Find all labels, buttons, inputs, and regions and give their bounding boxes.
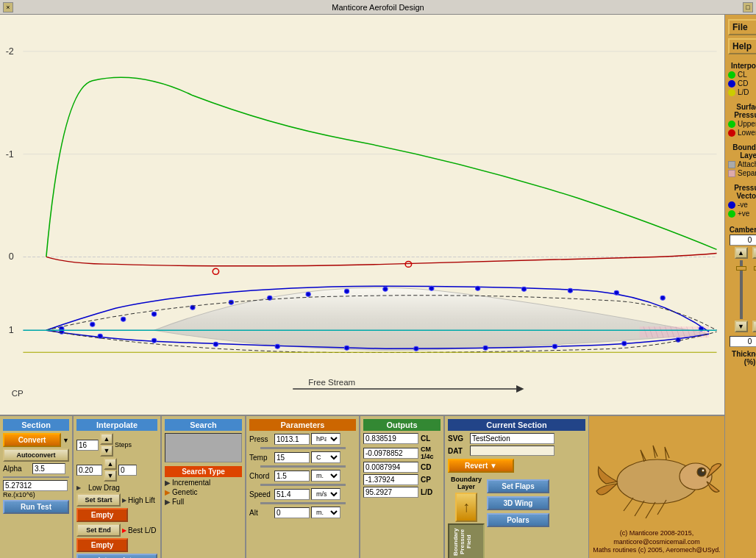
press-unit-select[interactable]: hPa <box>311 433 340 445</box>
current-section-panel: Current Section SVG DAT Revert ▼ <box>445 416 588 558</box>
interpolate-legend-label: Interpolate <box>727 62 756 70</box>
pos-ve-dot <box>728 210 735 218</box>
revert-button[interactable]: Revert ▼ <box>448 459 514 473</box>
cl-dot <box>728 71 735 79</box>
empty1-button[interactable]: Empty <box>76 508 128 522</box>
re-label: Re.(x10^6) <box>3 491 69 498</box>
alt-input[interactable] <box>274 507 310 518</box>
svg-point-26 <box>121 317 126 321</box>
camber-down2[interactable]: ▼ <box>752 321 756 332</box>
svg-line-66 <box>624 498 633 511</box>
bottom-panel: Section Convert ▼ Autoconvert Alpha Re.(… <box>0 415 724 558</box>
set-flaps-button[interactable]: Set Flaps <box>487 479 549 493</box>
camber-down[interactable]: ▼ <box>735 321 748 332</box>
current-section-header: Current Section <box>448 419 585 431</box>
camber-up2[interactable]: ▲ <box>752 247 756 259</box>
svg-input[interactable] <box>470 433 554 444</box>
convert-button[interactable]: Convert <box>3 433 61 447</box>
svg-point-49 <box>552 344 557 348</box>
graph-svg: -2 -1 0 1 CP <box>0 15 724 415</box>
temp-input[interactable] <box>274 452 310 463</box>
boundary-layer-icon[interactable]: ↑ <box>455 493 477 522</box>
target-cl-input[interactable] <box>118 465 137 476</box>
mascot-image <box>593 434 721 529</box>
file-menu-button[interactable]: File ▼ <box>728 19 756 35</box>
cd-legend-label: CD <box>738 79 748 87</box>
svg-line-65 <box>635 501 644 516</box>
svg-point-39 <box>660 296 665 300</box>
main-layout: -2 -1 0 1 CP <box>0 15 756 558</box>
pressure-field-button[interactable]: Boundary Pressure Field <box>448 523 485 558</box>
set-start-button[interactable]: Set Start <box>76 493 121 507</box>
boundary-layer-label: Boundary Layer <box>448 476 485 491</box>
neg-ve-dot <box>728 201 735 209</box>
upper-legend-label: Upper <box>738 120 756 128</box>
mascot-area: (c) Manticore 2008-2015, manticore@cosmi… <box>588 416 724 558</box>
step-pct-down[interactable]: ▼ <box>104 470 117 482</box>
chord-input[interactable] <box>274 471 310 482</box>
dat-label: DAT <box>448 447 468 455</box>
camber-up[interactable]: ▲ <box>735 247 748 259</box>
alpha-label: Alpha <box>3 465 31 473</box>
svg-point-43 <box>151 338 156 343</box>
empty2-button[interactable]: Empty <box>76 538 128 552</box>
separated-legend: Separated <box>728 169 756 177</box>
cl-legend: CL <box>728 71 756 79</box>
speed-unit-select[interactable]: m/s <box>311 488 340 500</box>
set-end-button[interactable]: Set End <box>76 523 121 537</box>
alt-unit-select[interactable]: m. <box>311 507 340 518</box>
svg-label: SVG <box>448 434 468 443</box>
svg-text:0: 0 <box>9 252 14 262</box>
incremental-label: Incremental <box>172 479 210 487</box>
svg-point-48 <box>483 346 488 350</box>
polars-button[interactable]: Polars <box>487 513 549 527</box>
3d-wing-button[interactable]: 3D Wing <box>487 496 549 510</box>
interpolate-button[interactable]: Interpolate <box>76 554 157 558</box>
help-menu-button[interactable]: Help ▼ <box>728 38 756 54</box>
alpha-input[interactable] <box>32 463 65 474</box>
cd-legend: CD <box>728 79 756 87</box>
re-input[interactable] <box>3 480 68 491</box>
svg-point-38 <box>614 290 618 295</box>
steps-down[interactable]: ▼ <box>100 445 113 457</box>
svg-point-36 <box>521 287 526 291</box>
press-input[interactable] <box>274 434 310 445</box>
step-pct-input[interactable] <box>76 465 102 476</box>
speed-input[interactable] <box>274 489 310 500</box>
steps-up[interactable]: ▲ <box>100 433 113 445</box>
camber-value-input[interactable] <box>730 235 756 246</box>
step-pct-up[interactable]: ▲ <box>104 458 117 470</box>
cd-output-label: CD <box>421 463 431 471</box>
cl-output <box>363 433 418 444</box>
chord-unit-select[interactable]: m. <box>311 470 340 482</box>
press-label: Press <box>249 435 273 443</box>
upper-legend: Upper <box>728 120 756 128</box>
temp-unit-select[interactable]: C <box>311 451 340 463</box>
separated-square <box>728 170 735 177</box>
cd-dot <box>728 80 735 87</box>
svg-point-33 <box>383 287 388 291</box>
search-panel: Search Search Type ▶ Incremental ▶ Genet… <box>162 416 246 558</box>
ld-output <box>363 487 418 498</box>
outputs-panel: Outputs CL CM 1/4c CD <box>360 416 445 558</box>
maximize-button[interactable]: □ <box>743 2 753 12</box>
steps-label: Steps <box>115 441 132 448</box>
lower-dot <box>728 129 735 137</box>
alt-label: Alt <box>249 509 273 517</box>
email-text: manticore@cosmicemail.com <box>613 538 700 547</box>
autoconvert-button[interactable]: Autoconvert <box>3 448 69 462</box>
close-button[interactable]: × <box>3 2 13 12</box>
temp-label: Temp <box>249 454 273 462</box>
thickness-value-input[interactable] <box>730 336 756 347</box>
attached-legend: Attached <box>728 160 756 168</box>
cd-output <box>363 462 418 473</box>
high-lift-label: High Lift <box>128 496 155 504</box>
svg-text:CP: CP <box>12 389 24 398</box>
run-test-button[interactable]: Run Test <box>3 500 69 514</box>
svg-point-27 <box>151 312 156 316</box>
title-bar: × Manticore Aerofoil Design □ <box>0 0 756 15</box>
cp-output-label: CP <box>421 476 431 484</box>
steps-input[interactable] <box>76 440 99 451</box>
svg-point-37 <box>568 288 572 293</box>
ld-legend: L/D <box>728 88 756 96</box>
